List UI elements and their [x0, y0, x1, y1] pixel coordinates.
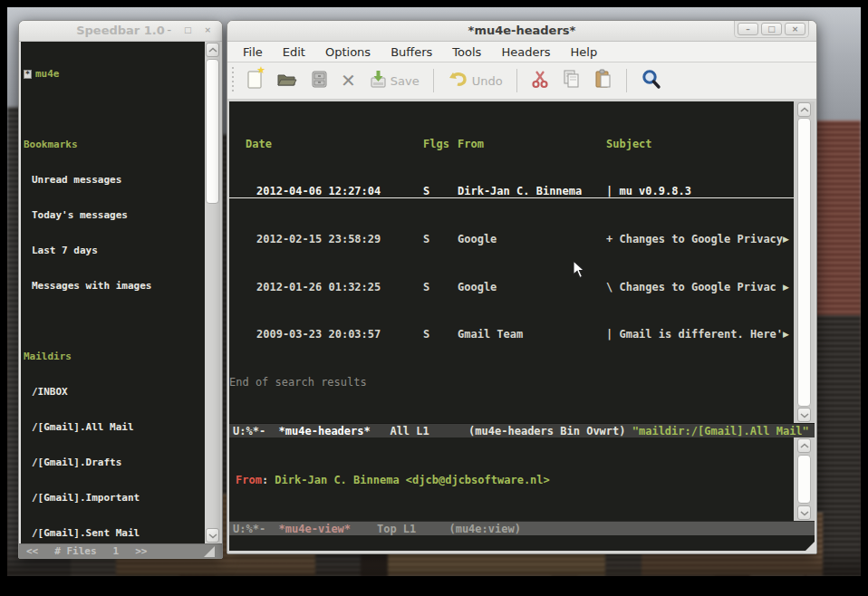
column-subject[interactable]: Subject: [606, 138, 794, 150]
message-row[interactable]: 2012-02-15 23:58:29 S Google + Changes t…: [229, 233, 794, 246]
sidebar-item-last7days[interactable]: Last 7 days: [24, 245, 205, 256]
drawer-button[interactable]: [305, 67, 333, 94]
emacs-frame: Date Flgs From Subject 2012-04-06 12:27:…: [227, 100, 816, 553]
field-value-from: Dirk-Jan C. Binnema <djcb@djcbsoftware.n…: [275, 474, 549, 486]
undo-icon: [448, 70, 469, 91]
speedbar-files-menu[interactable]: # Files: [54, 545, 96, 557]
toolbar-separator: [516, 69, 517, 92]
sidebar-item-images[interactable]: Messages with images: [24, 280, 205, 292]
cell-date: 2012-04-06 12:27:04: [246, 185, 414, 197]
close-buffer-icon: ✕: [341, 72, 356, 90]
maximize-button[interactable]: □: [761, 23, 782, 35]
toolbar-separator: [433, 69, 434, 92]
cell-date: 2012-02-15 23:58:29: [246, 233, 414, 245]
modeline-position: All L1: [371, 425, 468, 437]
cell-date: 2009-03-23 20:03:57: [246, 328, 414, 341]
paste-button[interactable]: [589, 66, 616, 95]
close-icon[interactable]: ×: [204, 25, 211, 34]
message-row[interactable]: 2009-03-23 20:03:57 S Gmail Team | Gmail…: [229, 328, 794, 341]
sidebar-item-important[interactable]: /[Gmail].Important: [24, 492, 205, 504]
paste-icon: [593, 68, 612, 93]
maximize-icon[interactable]: □: [184, 25, 192, 34]
scroll-up-icon[interactable]: [797, 438, 811, 453]
close-button[interactable]: ×: [785, 23, 805, 35]
modeline-flags: U:%*-: [233, 425, 279, 437]
headers-scrollbar[interactable]: [794, 101, 815, 423]
message-row[interactable]: 2012-01-26 01:32:25 S Google \ Changes t…: [229, 281, 794, 294]
sidebar-item-sentmail[interactable]: /[Gmail].Sent Mail: [24, 527, 205, 539]
headers-modeline: U:%*- *mu4e-headers* All L1 (mu4e-header…: [229, 423, 815, 437]
cell-subject: + Changes to Google Privacy: [606, 233, 783, 245]
truncation-icon: ▶: [783, 235, 794, 244]
view-scrollbar[interactable]: [794, 437, 815, 521]
maximize-icon: □: [767, 24, 776, 34]
menu-help[interactable]: Help: [561, 45, 608, 59]
close-buffer-button[interactable]: ✕: [337, 70, 360, 91]
minimize-icon[interactable]: –: [167, 25, 171, 34]
undo-button[interactable]: Undo: [444, 68, 506, 93]
menu-file[interactable]: File: [233, 45, 273, 59]
toolbar-separator: [626, 69, 627, 92]
close-icon: ×: [792, 24, 799, 34]
resize-grip[interactable]: [803, 540, 816, 553]
sidebar-item-unread[interactable]: Unread messages: [24, 174, 205, 186]
modeline-modes: (mu4e-headers Bin Ovwrt): [468, 425, 632, 437]
menu-headers[interactable]: Headers: [491, 45, 560, 59]
speedbar-root-label[interactable]: mu4e: [35, 68, 60, 80]
scroll-down-icon[interactable]: [206, 528, 219, 543]
menu-options[interactable]: Options: [315, 45, 381, 59]
open-folder-button[interactable]: [272, 67, 301, 94]
message-row-selected[interactable]: 2012-04-06 12:27:04 S Dirk-Jan C. Binnem…: [229, 186, 794, 199]
field-label-from: From: [236, 474, 262, 486]
minimize-button[interactable]: –: [738, 23, 758, 35]
menu-edit[interactable]: Edit: [273, 45, 315, 59]
save-button[interactable]: Save: [364, 66, 423, 95]
column-from[interactable]: From: [458, 138, 606, 150]
cut-icon: [531, 69, 549, 92]
scroll-up-icon[interactable]: [797, 102, 811, 117]
field-sep: :: [262, 474, 275, 486]
cell-flags: S: [414, 281, 458, 293]
speedbar-titlebar[interactable]: Speedbar 1.0 – □ ×: [19, 21, 222, 42]
scroll-down-icon[interactable]: [797, 505, 811, 520]
sidebar-item-inbox[interactable]: /INBOX: [24, 386, 205, 398]
main-titlebar[interactable]: *mu4e-headers* – □ ×: [227, 21, 816, 42]
toolbar: ★ ✕ Save Undo: [227, 62, 816, 100]
menu-tools[interactable]: Tools: [442, 45, 491, 59]
cut-button[interactable]: [527, 67, 553, 94]
speedbar-page-count: 1: [113, 545, 120, 557]
scrollbar-thumb[interactable]: [797, 118, 811, 407]
new-file-button[interactable]: ★: [242, 66, 267, 95]
column-flags[interactable]: Flgs: [414, 138, 458, 150]
column-date[interactable]: Date: [246, 138, 414, 150]
scrollbar-thumb[interactable]: [797, 455, 811, 504]
new-file-icon: ★: [246, 68, 264, 93]
search-button[interactable]: [637, 66, 666, 95]
scrollbar-thumb[interactable]: [206, 59, 219, 204]
echo-area[interactable]: [229, 535, 815, 551]
toolbar-drag-handle[interactable]: [231, 67, 236, 94]
speedbar-statusbar: << # Files 1 >>: [19, 543, 222, 558]
resize-grip[interactable]: [204, 546, 215, 557]
menu-buffers[interactable]: Buffers: [381, 45, 442, 59]
speedbar-scrollbar[interactable]: [205, 42, 220, 543]
message-view-pane: From: Dirk-Jan C. Binnema <djcb@djcbsoft…: [229, 437, 815, 521]
speedbar-list: *mu4e Bookmarks Unread messages Today's …: [21, 42, 205, 543]
speedbar-section-bookmarks: Bookmarks: [24, 139, 205, 150]
search-icon: [641, 68, 662, 93]
modeline-flags: U:%*-: [233, 523, 279, 535]
scroll-down-icon[interactable]: [797, 408, 811, 422]
headers-list: Date Flgs From Subject 2012-04-06 12:27:…: [229, 101, 794, 423]
speedbar-next-button[interactable]: >>: [135, 545, 147, 557]
sidebar-item-today[interactable]: Today's messages: [24, 209, 205, 221]
view-modeline: U:%*- *mu4e-view* Top L1 (mu4e:view): [229, 521, 815, 535]
mu4e-headers-window: *mu4e-headers* – □ × File Edit Options B…: [227, 20, 817, 554]
speedbar-prev-button[interactable]: <<: [26, 545, 38, 557]
sidebar-item-allmail[interactable]: /[Gmail].All Mail: [24, 421, 205, 433]
open-folder-icon: [275, 69, 297, 92]
scroll-up-icon[interactable]: [206, 43, 219, 57]
cell-flags: S: [414, 328, 458, 341]
copy-button[interactable]: [557, 66, 584, 95]
sidebar-item-drafts[interactable]: /[Gmail].Drafts: [24, 457, 205, 468]
expand-toggle-icon[interactable]: *: [24, 70, 32, 79]
